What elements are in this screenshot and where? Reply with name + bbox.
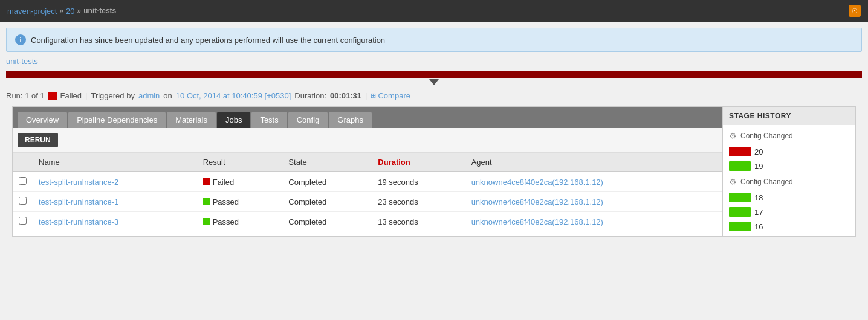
job-duration-cell: 23 seconds — [372, 192, 465, 212]
history-bar-passed — [729, 207, 751, 217]
trigger-user[interactable]: admin — [138, 91, 160, 100]
table-row: test-split-runInstance-3 Passed Complete… — [13, 212, 722, 232]
job-state-cell: Completed — [282, 212, 372, 232]
breadcrumb-sep1: » — [59, 7, 63, 15]
breadcrumb-sep2: » — [77, 7, 82, 15]
breadcrumb-run[interactable]: 20 — [66, 7, 74, 16]
agent-link[interactable]: unknowne4ce8f40e2ca(192.168.1.12) — [471, 197, 603, 206]
compare-button[interactable]: ⊞ Compare — [371, 91, 410, 100]
col-name: Name — [33, 153, 197, 172]
history-bar-passed — [729, 193, 751, 202]
config-changed-label: Config Changed — [740, 132, 793, 140]
pipeline-link[interactable]: unit-tests — [6, 57, 38, 66]
trigger-date[interactable]: 10 Oct, 2014 at 10:40:59 [+0530] — [176, 91, 291, 100]
col-duration: Duration — [372, 153, 465, 172]
job-name-link[interactable]: test-split-runInstance-1 — [39, 197, 118, 206]
result-badge-failed — [203, 178, 210, 185]
row-checkbox[interactable] — [19, 217, 27, 225]
gear-icon: ⚙ — [729, 177, 737, 187]
failed-badge — [48, 92, 57, 100]
result-text: Failed — [213, 178, 234, 187]
history-num: 16 — [754, 222, 763, 231]
history-item-20[interactable]: 20 — [723, 144, 855, 159]
tab-materials[interactable]: Materials — [167, 112, 216, 128]
col-state: State — [282, 153, 372, 172]
agent-link[interactable]: unknowne4ce8f40e2ca(192.168.1.12) — [471, 178, 603, 187]
stage-history-title: STAGE HISTORY — [723, 107, 855, 125]
info-banner-message: Configuration has since been updated and… — [31, 36, 385, 45]
run-info: Run: 1 of 1 Failed | Triggered by admin … — [6, 91, 862, 100]
table-row: test-split-runInstance-2 Failed Complete… — [13, 172, 722, 192]
content-area: unit-tests Run: 1 of 1 Failed | Triggere… — [0, 52, 868, 242]
tab-overview[interactable]: Overview — [18, 112, 67, 128]
job-agent-cell: unknowne4ce8f40e2ca(192.168.1.12) — [465, 212, 722, 232]
rss-icon[interactable]: ☉ — [849, 5, 861, 17]
toolbar: RERUN — [13, 128, 722, 153]
duration-label: Duration: — [294, 91, 326, 100]
col-result: Result — [197, 153, 283, 172]
tab-config[interactable]: Config — [288, 112, 328, 128]
col-agent: Agent — [465, 153, 722, 172]
result-badge-passed — [203, 218, 210, 225]
result-text: Passed — [213, 197, 239, 206]
job-name-link[interactable]: test-split-runInstance-2 — [39, 178, 118, 187]
result-display: Failed — [203, 178, 277, 187]
history-item-19[interactable]: 19 — [723, 159, 855, 173]
history-num: 17 — [754, 208, 763, 217]
job-result-cell: Failed — [197, 172, 283, 192]
run-label: Run: 1 of 1 — [6, 91, 45, 100]
page-title: unit-tests — [83, 7, 116, 15]
job-name-cell: test-split-runInstance-1 — [33, 192, 197, 212]
rerun-button[interactable]: RERUN — [18, 133, 58, 147]
history-num: 19 — [754, 162, 763, 171]
job-result-cell: Passed — [197, 212, 283, 232]
stage-history-list: ⚙ Config Changed 20 19 ⚙ Config Changed — [723, 125, 855, 236]
page-header: maven-project » 20 » unit-tests ☉ — [0, 0, 868, 22]
history-num: 18 — [754, 193, 763, 202]
history-bar-passed — [729, 161, 751, 171]
job-name-link[interactable]: test-split-runInstance-3 — [39, 217, 118, 226]
job-name-cell: test-split-runInstance-3 — [33, 212, 197, 232]
job-duration-cell: 13 seconds — [372, 212, 465, 232]
tab-jobs[interactable]: Jobs — [217, 112, 250, 128]
breadcrumb: maven-project » 20 » unit-tests — [7, 7, 116, 16]
tab-bar: Overview Pipeline Dependencies Materials… — [13, 107, 722, 128]
right-panel: STAGE HISTORY ⚙ Config Changed 20 19 — [723, 106, 856, 237]
result-text: Passed — [213, 217, 239, 226]
history-bar-failed — [729, 147, 751, 156]
row-checkbox-cell — [13, 192, 33, 212]
history-item-18[interactable]: 18 — [723, 190, 855, 205]
tab-pipeline-dependencies[interactable]: Pipeline Dependencies — [68, 112, 166, 128]
history-item-16[interactable]: 16 — [723, 219, 855, 234]
history-item-17[interactable]: 17 — [723, 205, 855, 219]
result-display: Passed — [203, 197, 277, 206]
progress-bar-fill — [6, 71, 862, 78]
compare-label: Compare — [378, 91, 410, 100]
history-num: 20 — [754, 147, 763, 156]
row-checkbox-cell — [13, 212, 33, 232]
duration-value: 00:01:31 — [330, 91, 361, 100]
tab-tests[interactable]: Tests — [251, 112, 287, 128]
row-checkbox-cell — [13, 172, 33, 192]
tab-graphs[interactable]: Graphs — [329, 112, 372, 128]
main-layout: Overview Pipeline Dependencies Materials… — [12, 106, 856, 237]
progress-bar-arrow — [429, 79, 439, 85]
result-badge-passed — [203, 198, 210, 205]
result-display: Passed — [203, 217, 277, 226]
jobs-table: Name Result State Duration Agent — [13, 153, 722, 231]
progress-bar — [6, 71, 862, 78]
row-checkbox[interactable] — [19, 177, 27, 185]
trigger-preposition: on — [163, 91, 172, 100]
config-changed-row-1: ⚙ Config Changed — [723, 127, 855, 144]
history-bar-passed — [729, 222, 751, 231]
left-panel: Overview Pipeline Dependencies Materials… — [12, 106, 723, 237]
row-checkbox[interactable] — [19, 197, 27, 205]
info-icon: i — [15, 34, 26, 45]
config-changed-row-2: ⚙ Config Changed — [723, 173, 855, 190]
job-duration-cell: 19 seconds — [372, 172, 465, 192]
breadcrumb-project[interactable]: maven-project — [7, 7, 57, 16]
run-status: Failed — [60, 91, 82, 100]
job-name-cell: test-split-runInstance-2 — [33, 172, 197, 192]
agent-link[interactable]: unknowne4ce8f40e2ca(192.168.1.12) — [471, 217, 603, 226]
job-agent-cell: unknowne4ce8f40e2ca(192.168.1.12) — [465, 192, 722, 212]
